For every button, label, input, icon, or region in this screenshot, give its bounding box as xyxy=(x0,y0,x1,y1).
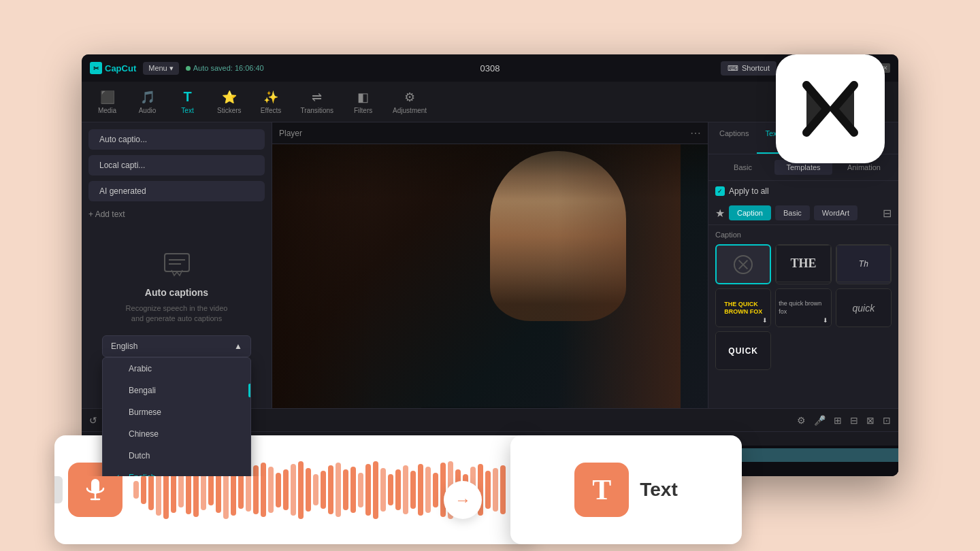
apply-all-checkbox[interactable]: ✓ xyxy=(715,186,725,196)
timeline-right-controls: ⚙ 🎤 ⊞ ⊟ ⊠ ⊡ xyxy=(795,413,893,428)
lang-option-english[interactable]: ✓ English xyxy=(103,467,250,476)
waveform-bar xyxy=(358,473,363,507)
timeline-zoom-in[interactable]: ⚙ xyxy=(795,413,808,428)
add-text-link[interactable]: + Add text xyxy=(88,207,265,222)
ai-generated-button[interactable]: AI generated xyxy=(88,181,265,201)
timeline-align[interactable]: ⊡ xyxy=(881,413,893,428)
toolbar-audio[interactable]: 🎵 Audio xyxy=(129,86,166,118)
capcut-logo-overlay xyxy=(776,54,885,163)
auto-captions-title: Auto captions xyxy=(145,287,208,298)
caption-item-quick-upper[interactable]: QUICK xyxy=(715,331,771,370)
timeline-split2[interactable]: ⊟ xyxy=(848,413,860,428)
mic-icon xyxy=(82,476,109,503)
subtab-basic[interactable]: Basic xyxy=(714,160,772,175)
caption-grid: THE Th THE QUICKBROWN FOX ⬇ the quick br… xyxy=(708,241,898,375)
toolbar-text-label: Text xyxy=(181,107,193,114)
left-panel: Auto captio... Local capti... AI generat… xyxy=(82,122,272,476)
waveform-bar xyxy=(268,467,274,513)
waveform-bar xyxy=(253,465,259,514)
waveform-bar xyxy=(380,468,386,512)
text-icon: T xyxy=(183,89,191,105)
autosave-indicator: Auto saved: 16:06:40 xyxy=(186,64,264,72)
lang-option-dutch[interactable]: Dutch xyxy=(103,445,250,467)
video-area: I think everything will be ok. xyxy=(272,144,708,451)
text-card-label: Text xyxy=(640,479,678,501)
caption-type-row: ★ Caption Basic WordArt ⊟ xyxy=(708,201,898,225)
autosave-dot xyxy=(186,66,191,71)
waveform-bar xyxy=(133,481,139,499)
caption-item-bold-yellow[interactable]: THE QUICKBROWN FOX ⬇ xyxy=(715,288,771,327)
toolbar-filters[interactable]: ◧ Filters xyxy=(344,86,382,118)
caption-type-caption[interactable]: Caption xyxy=(729,205,771,220)
toolbar-filters-label: Filters xyxy=(354,107,372,114)
language-trigger[interactable]: English ▲ xyxy=(102,335,251,357)
lang-option-chinese[interactable]: Chinese xyxy=(103,423,250,445)
toolbar-effects-label: Effects xyxy=(261,107,281,114)
caption-item-brown[interactable]: the quick brown fox ⬇ xyxy=(775,288,831,327)
waveform-bar xyxy=(336,463,341,518)
text-t-icon: T xyxy=(592,473,611,506)
download-icon-2: ⬇ xyxy=(823,317,828,324)
caption-item-the[interactable]: THE xyxy=(775,244,831,284)
waveform-bar xyxy=(283,469,289,510)
timeline-mic[interactable]: 🎤 xyxy=(812,413,828,428)
caption-item-italic[interactable]: Th xyxy=(836,244,892,284)
tab-captions[interactable]: Captions xyxy=(711,122,757,154)
shortcut-button[interactable]: ⌨ Shortcut xyxy=(721,61,777,76)
transitions-icon: ⇌ xyxy=(312,90,322,105)
toolbar-transitions-label: Transitions xyxy=(301,107,334,114)
language-menu: Arabic Bengali Burmese xyxy=(102,357,251,476)
waveform-bar xyxy=(343,469,348,510)
waveform-bar xyxy=(208,474,214,506)
filters-icon: ◧ xyxy=(357,90,369,105)
toolbar-media-label: Media xyxy=(98,107,116,114)
player-header: Player ⋯ xyxy=(272,122,708,144)
filter-icon[interactable]: ⊟ xyxy=(883,207,892,220)
waveform-bar xyxy=(313,474,318,506)
star-button[interactable]: ★ xyxy=(715,207,725,220)
caption-item-quick-lower[interactable]: quick xyxy=(836,288,892,327)
waveform-bar xyxy=(365,464,371,516)
timeline-join[interactable]: ⊞ xyxy=(832,413,844,428)
caption-type-wordart[interactable]: WordArt xyxy=(814,205,858,220)
waveform-bar xyxy=(306,468,311,512)
caption-section-label: Caption xyxy=(708,225,898,241)
caption-item-none[interactable] xyxy=(715,244,771,284)
toolbar-media[interactable]: ⬛ Media xyxy=(88,86,126,118)
waveform-bar xyxy=(403,465,408,514)
toolbar-text[interactable]: T Text xyxy=(169,85,206,118)
selected-language: English xyxy=(111,341,137,351)
toolbar-effects[interactable]: ✨ Effects xyxy=(252,86,290,118)
undo-button[interactable]: ↺ xyxy=(87,413,99,428)
arrow-right-icon: → xyxy=(455,490,471,510)
waveform-bar xyxy=(276,473,281,507)
toolbar-stickers[interactable]: ⭐ Stickers xyxy=(209,86,250,118)
toolbar-adjustment[interactable]: ⚙ Adjustment xyxy=(385,86,435,118)
waveform-bar xyxy=(395,469,401,510)
lang-option-bengali[interactable]: Bengali xyxy=(103,380,250,401)
auto-caption-icon xyxy=(160,248,194,282)
waveform-bar xyxy=(373,461,378,519)
waveform-bar xyxy=(298,461,304,519)
lang-option-burmese[interactable]: Burmese xyxy=(103,401,250,423)
player-title: Player xyxy=(279,129,302,138)
player-menu-icon[interactable]: ⋯ xyxy=(690,127,701,139)
waveform-bar xyxy=(261,463,266,518)
toolbar-transitions[interactable]: ⇌ Transitions xyxy=(293,86,342,118)
timeline-split3[interactable]: ⊠ xyxy=(864,413,877,428)
audio-icon: 🎵 xyxy=(140,90,155,105)
auto-caption-button[interactable]: Auto captio... xyxy=(88,129,265,150)
waveform-scroll-left[interactable] xyxy=(54,476,63,503)
auto-captions-area: Auto captions Recognize speech in the vi… xyxy=(88,227,265,364)
toolbar-adjustment-label: Adjustment xyxy=(393,107,427,114)
menu-button[interactable]: Menu ▾ xyxy=(143,62,179,75)
waveform-bar xyxy=(291,464,296,516)
local-caption-button[interactable]: Local capti... xyxy=(88,155,265,176)
adjustment-icon: ⚙ xyxy=(404,90,415,105)
chevron-down-icon: ▲ xyxy=(234,341,242,351)
caption-type-basic[interactable]: Basic xyxy=(775,205,810,220)
stickers-icon: ⭐ xyxy=(222,90,237,105)
waveform-bar xyxy=(328,465,333,514)
lang-option-arabic[interactable]: Arabic xyxy=(103,358,250,380)
waveform-bar xyxy=(410,471,416,508)
